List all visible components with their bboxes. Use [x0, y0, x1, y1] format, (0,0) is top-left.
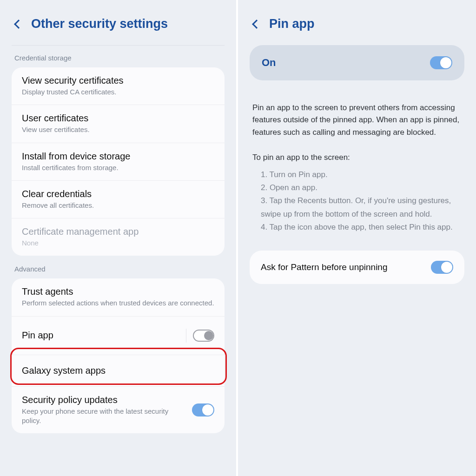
header-separator: [12, 45, 225, 46]
item-trust-agents[interactable]: Trust agents Perform selected actions wh…: [12, 278, 225, 316]
item-clear-credentials[interactable]: Clear credentials Remove all certificate…: [12, 181, 225, 218]
item-certificate-management-app[interactable]: Certificate management app None: [12, 218, 225, 256]
description-text: Pin an app to the screen to prevent othe…: [250, 102, 464, 139]
left-pane: Other security settings Credential stora…: [0, 0, 238, 476]
item-title: Clear credentials: [22, 189, 214, 199]
toggle-knob: [440, 57, 451, 68]
item-title: Galaxy system apps: [22, 365, 214, 376]
item-title: User certificates: [22, 113, 214, 124]
item-sub: Perform selected actions when trusted de…: [22, 298, 214, 308]
item-sub: View user certificates.: [22, 125, 214, 134]
page-title-right: Pin app: [269, 17, 315, 31]
instructions-heading: To pin an app to the screen:: [250, 152, 464, 164]
item-install-from-storage[interactable]: Install from device storage Install cert…: [12, 143, 225, 181]
back-icon[interactable]: [252, 20, 261, 29]
item-pin-app[interactable]: Pin app: [12, 317, 225, 355]
item-title: Trust agents: [22, 286, 214, 297]
master-toggle-row[interactable]: On: [250, 45, 464, 80]
right-header: Pin app: [250, 0, 464, 45]
step-2: 2. Open an app.: [261, 181, 462, 194]
instruction-steps: 1. Turn on Pin app. 2. Open an app. 3. T…: [250, 164, 464, 233]
step-3: 3. Tap the Recents button. Or, if you're…: [261, 194, 462, 220]
ask-pattern-label: Ask for Pattern before unpinning: [261, 262, 388, 272]
toggle-knob: [204, 331, 213, 340]
toggle-knob: [202, 404, 213, 416]
item-sub: Install certificates from storage.: [22, 163, 214, 172]
left-header: Other security settings: [12, 0, 225, 45]
section-label-advanced: Advanced: [12, 265, 225, 278]
item-title: Install from device storage: [22, 151, 214, 162]
item-title: Security policy updates: [22, 395, 187, 405]
item-sub: Keep your phone secure with the latest s…: [22, 407, 187, 426]
item-galaxy-system-apps[interactable]: Galaxy system apps: [12, 355, 225, 387]
back-icon[interactable]: [14, 20, 23, 29]
step-1: 1. Turn on Pin app.: [261, 168, 462, 181]
ask-pattern-row[interactable]: Ask for Pattern before unpinning: [250, 251, 464, 284]
toggle-knob: [441, 262, 452, 273]
credential-card: View security certificates Display trust…: [12, 67, 225, 256]
item-title: Pin app: [22, 330, 179, 341]
item-security-policy-updates[interactable]: Security policy updates Keep your phone …: [12, 387, 225, 434]
item-sub: None: [22, 238, 214, 248]
pin-app-toggle[interactable]: [193, 330, 214, 342]
pin-app-master-toggle[interactable]: [430, 56, 452, 69]
ask-pattern-toggle[interactable]: [431, 261, 453, 274]
item-sub: Display trusted CA certificates.: [22, 87, 214, 97]
security-policy-toggle[interactable]: [192, 403, 214, 416]
item-user-certificates[interactable]: User certificates View user certificates…: [12, 105, 225, 143]
advanced-card: Trust agents Perform selected actions wh…: [12, 278, 225, 433]
toggle-separator: [186, 329, 186, 343]
right-pane: Pin app On Pin an app to the screen to p…: [238, 0, 476, 476]
item-title: Certificate management app: [22, 226, 214, 237]
item-view-security-certificates[interactable]: View security certificates Display trust…: [12, 67, 225, 105]
item-sub: Remove all certificates.: [22, 201, 214, 210]
master-toggle-label: On: [262, 57, 276, 69]
step-4: 4. Tap the icon above the app, then sele…: [261, 221, 462, 234]
item-title: View security certificates: [22, 75, 214, 86]
section-label-credential: Credential storage: [12, 54, 225, 67]
page-title-left: Other security settings: [31, 17, 168, 31]
